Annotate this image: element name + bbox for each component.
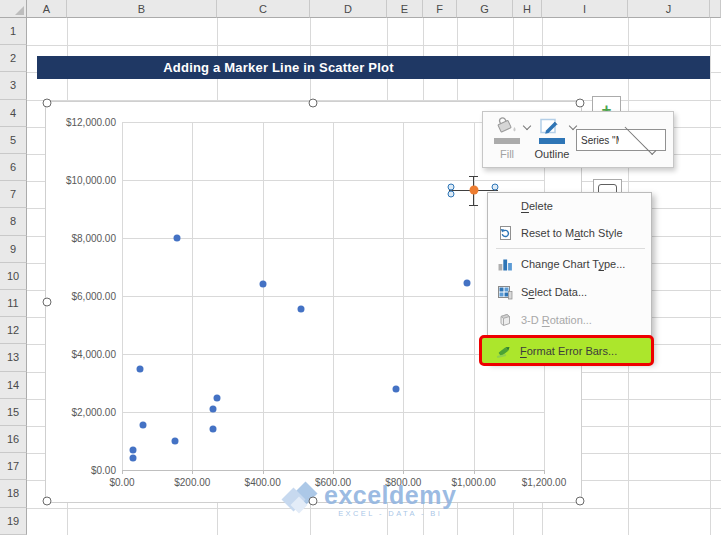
column-header-E[interactable]: E	[387, 0, 423, 18]
chart-type-icon	[495, 255, 515, 273]
title-banner: Adding a Marker Line in Scatter Plot	[37, 56, 710, 79]
data-point[interactable]	[173, 235, 180, 242]
chart-resize-handle[interactable]	[576, 497, 585, 506]
chart-gridline	[192, 122, 193, 470]
y-axis-label: $12,000.00	[46, 117, 116, 128]
chart-element-selector-value: Series "Maximu	[581, 135, 619, 146]
x-axis-label: $400.00	[245, 477, 281, 488]
data-point[interactable]	[213, 394, 220, 401]
axis-tick	[192, 470, 193, 474]
data-point[interactable]	[210, 426, 217, 433]
axis-tick	[263, 470, 264, 474]
x-axis-label: $800.00	[385, 477, 421, 488]
y-axis-label: $2,000.00	[46, 407, 116, 418]
gridline	[27, 45, 721, 46]
column-header-A[interactable]: A	[27, 0, 67, 18]
chart-gridline	[474, 122, 475, 470]
outline-color-swatch	[539, 138, 565, 144]
column-header-D[interactable]: D	[310, 0, 387, 18]
y-axis-label: $6,000.00	[46, 291, 116, 302]
column-header-B[interactable]: B	[67, 0, 217, 18]
row-header-10[interactable]: 10	[0, 263, 27, 290]
menu-item-delete[interactable]: Delete	[488, 193, 651, 219]
row-header-18[interactable]: 18	[0, 480, 27, 507]
select-data-icon	[495, 283, 515, 301]
row-header-6[interactable]: 6	[0, 154, 27, 181]
fill-label: Fill	[487, 148, 527, 160]
chart-resize-handle[interactable]	[43, 497, 52, 506]
column-header-C[interactable]: C	[217, 0, 310, 18]
mini-toolbar: Fill Outline Series "Maximu	[482, 111, 674, 168]
axis-tick	[333, 470, 334, 474]
axis-tick	[544, 470, 545, 474]
error-bar-handle[interactable]	[448, 190, 455, 197]
chart-resize-handle[interactable]	[309, 99, 318, 108]
y-axis-label: $10,000.00	[46, 175, 116, 186]
fill-bucket-icon	[494, 117, 518, 137]
column-header-G[interactable]: G	[457, 0, 513, 18]
chart-resize-handle[interactable]	[309, 497, 318, 506]
fill-button[interactable]: Fill	[487, 115, 527, 165]
chart-gridline	[263, 122, 264, 470]
fill-color-swatch	[494, 138, 520, 144]
y-axis-label: $8,000.00	[46, 233, 116, 244]
outline-label: Outline	[532, 148, 572, 160]
x-axis-label: $200.00	[174, 477, 210, 488]
gridline	[27, 508, 721, 509]
row-header-8[interactable]: 8	[0, 208, 27, 235]
row-header-9[interactable]: 9	[0, 236, 27, 263]
column-header-I[interactable]: I	[542, 0, 628, 18]
selected-data-point-maximum[interactable]	[469, 186, 478, 195]
row-header-4[interactable]: 4	[0, 100, 27, 127]
row-header-19[interactable]: 19	[0, 508, 27, 535]
row-header-2[interactable]: 2	[0, 45, 27, 72]
row-header-7[interactable]: 7	[0, 181, 27, 208]
row-header-12[interactable]: 12	[0, 317, 27, 344]
error-bar-handle[interactable]	[448, 183, 455, 190]
menu-item-change-chart-type[interactable]: Change Chart Type...	[488, 250, 651, 278]
chart-element-selector[interactable]: Series "Maximu	[576, 129, 666, 151]
x-axis-label: $0.00	[109, 477, 134, 488]
outline-button[interactable]: Outline	[532, 115, 572, 165]
data-point[interactable]	[259, 281, 266, 288]
menu-item-format-error-bars[interactable]: Format Error Bars...	[479, 335, 654, 366]
data-point[interactable]	[463, 279, 470, 286]
menu-separator	[496, 248, 645, 249]
data-point[interactable]	[171, 438, 178, 445]
menu-item-reset-to-match-style[interactable]: Reset to Match Style	[488, 219, 651, 247]
data-point[interactable]	[140, 422, 147, 429]
chart-resize-handle[interactable]	[43, 99, 52, 108]
row-header-17[interactable]: 17	[0, 453, 27, 480]
row-header-11[interactable]: 11	[0, 290, 27, 317]
data-point[interactable]	[129, 455, 136, 462]
row-header-13[interactable]: 13	[0, 344, 27, 371]
row-header-3[interactable]: 3	[0, 72, 27, 99]
chart-resize-handle[interactable]	[43, 298, 52, 307]
data-point[interactable]	[210, 406, 217, 413]
error-bar-cap	[469, 176, 478, 177]
row-header-5[interactable]: 5	[0, 127, 27, 154]
column-header-J[interactable]: J	[628, 0, 710, 18]
data-point[interactable]	[129, 446, 136, 453]
format-pen-icon	[494, 342, 514, 360]
column-header-H[interactable]: H	[513, 0, 542, 18]
row-header-15[interactable]: 15	[0, 399, 27, 426]
error-bar-handle[interactable]	[492, 183, 499, 190]
y-axis-label: $4,000.00	[46, 349, 116, 360]
row-header-14[interactable]: 14	[0, 372, 27, 399]
data-point[interactable]	[393, 385, 400, 392]
axis-tick	[403, 470, 404, 474]
data-point[interactable]	[136, 365, 143, 372]
page-title: Adding a Marker Line in Scatter Plot	[163, 60, 393, 75]
context-menu: Delete Reset to Match Style Chang	[487, 192, 652, 362]
menu-item-3d-rotation: 3-D Rotation...	[488, 306, 651, 334]
row-header-16[interactable]: 16	[0, 426, 27, 453]
error-bar-cap	[469, 205, 478, 206]
chart-resize-handle[interactable]	[576, 99, 585, 108]
menu-item-select-data[interactable]: Select Data...	[488, 278, 651, 306]
chart-gridline	[333, 122, 334, 470]
column-header-F[interactable]: F	[423, 0, 457, 18]
select-all-corner[interactable]	[0, 0, 27, 18]
row-header-1[interactable]: 1	[0, 18, 27, 45]
data-point[interactable]	[298, 306, 305, 313]
